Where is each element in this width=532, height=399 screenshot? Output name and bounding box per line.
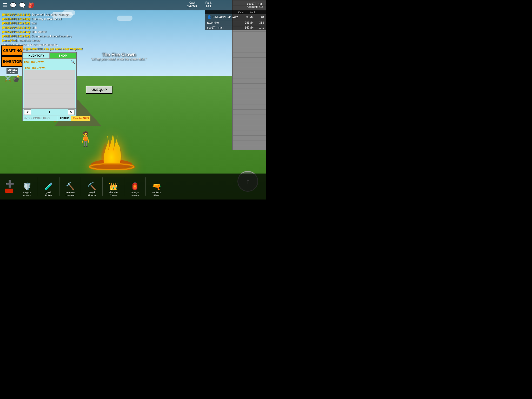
toolbar-divider	[59, 177, 59, 196]
knights-armour-icon: 🛡️	[23, 182, 32, 191]
list-item-empty	[24, 94, 75, 98]
pvp-icons: ⚔️ 💣	[4, 75, 21, 82]
player-account: Account: <13	[247, 5, 263, 8]
inventory-panel: INVENTORY SHOP 🔍 The Fire Crown < 1 > EN…	[22, 52, 77, 121]
hercules-hammer-icon: 🔨	[66, 182, 75, 191]
toolbar-item-knights-armour[interactable]: 🛡️ Knight'sArmour	[18, 176, 36, 198]
inventory-tabs: INVENTORY SHOP	[23, 52, 76, 59]
omega-lantern-icon: 🏮	[130, 182, 139, 191]
swords-icon: ⚔️	[4, 75, 11, 82]
crafting-button[interactable]: CRAFTING	[1, 45, 23, 56]
player-name-1: PINEAPPLE412412	[212, 16, 238, 19]
cash-value: 147M+	[187, 4, 198, 8]
chat-name: [PINEAPPLE412412]:	[2, 13, 31, 16]
chat-text: Do u get an unlimeted inventory	[31, 35, 72, 38]
bottom-toolbar: ➕ 🛡️ Knight'sArmour 🧪 QuickPotion 🔨 Herc…	[0, 174, 266, 200]
next-page-button[interactable]: >	[68, 109, 75, 115]
health-bar	[5, 189, 13, 193]
rank-header: Rank	[250, 11, 256, 14]
toolbar-divider	[145, 177, 146, 196]
leaderboard-header: Cash Rank	[205, 10, 266, 14]
chat-text: Wat	[31, 22, 36, 25]
menu-icons: ☰ 💬 🗨️ 🎒	[0, 2, 37, 8]
codes-area: ENTER @nackerRBLX	[23, 116, 76, 121]
toolbar-divider	[38, 177, 38, 196]
list-item-empty	[24, 75, 75, 80]
rank-value: 141	[205, 4, 211, 8]
player-cash-1: 33M+	[238, 16, 254, 19]
player-rank-3: 141	[254, 26, 264, 29]
cloud	[117, 16, 132, 21]
leaderboard-row[interactable]: scp174_man 147M+ 141	[205, 25, 266, 30]
player-icon: 👤	[207, 15, 211, 19]
chat-text: Nah brother	[31, 30, 46, 33]
toolbar-divider	[81, 177, 81, 196]
cash-label: Cash	[187, 1, 198, 4]
rank-label: Rank	[205, 1, 211, 4]
chat-name: [PINEAPPLE412412]:	[2, 22, 31, 25]
chat-text: I need his money	[18, 39, 40, 42]
chat-line: [racerj4ke]: I need his money	[2, 38, 115, 43]
prev-page-button[interactable]: <	[24, 109, 31, 115]
tab-shop[interactable]: SHOP	[49, 52, 76, 59]
toolbar-item-omega-lantern[interactable]: 🏮 OmegaLantern	[126, 176, 144, 198]
list-item-empty	[24, 70, 75, 75]
inventory-button[interactable]: INVENTORY	[1, 56, 23, 67]
chat-name: [PINEAPPLE412412]:	[2, 17, 31, 21]
add-health-button[interactable]: ➕	[5, 180, 14, 188]
chat-name: [PINEAPPLE412412]:	[2, 30, 31, 33]
chat-line: [PINEAPPLE412412]: Nah	[2, 25, 115, 30]
twitter-label: @nackerRBLX	[71, 116, 90, 121]
chat-name: [racerj4ke]:	[2, 39, 17, 42]
omega-lantern-label: OmegaLantern	[131, 191, 139, 197]
search-input[interactable]	[24, 60, 70, 63]
chat-bubble-icon[interactable]: 💬	[10, 2, 16, 8]
chat-line: [PINEAPPLE412412]: Nah brother	[2, 30, 115, 34]
chat-line: [PINEAPPLE412412]: Wat	[2, 21, 115, 25]
pvp-area: ENABLEPVP ⚔️ 💣	[1, 68, 23, 82]
knights-armour-label: Knight'sArmour	[23, 191, 31, 197]
player-rank-1: 40	[254, 16, 264, 19]
pvp-label[interactable]: ENABLEPVP	[6, 68, 18, 74]
chat-text: Nah	[31, 26, 37, 29]
royal-pickaxe-label: RoyalPickaxe	[88, 191, 96, 197]
health-controls: ➕	[5, 180, 14, 193]
nackers-pistol-label: Nacker'sPistol	[152, 191, 161, 197]
chat-name: [PINEAPPLE412412]:	[2, 35, 31, 38]
cash-header: Cash	[238, 11, 244, 14]
cash-rank-display: Cash 147M+ Rank 141	[185, 0, 214, 9]
message-icon[interactable]: 🗨️	[19, 2, 25, 8]
item-info: The Fire Crown "Lift up your head, if no…	[91, 52, 147, 61]
list-item-empty	[24, 84, 75, 89]
left-panel: CRAFTING INVENTORY ENABLEPVP ⚔️ 💣	[1, 45, 23, 82]
item-quote: "Lift up your head, if not the crown fal…	[91, 57, 147, 61]
page-number: 1	[49, 111, 50, 114]
chat-line: [PINEAPPLE412412]: Screw off I did all t…	[2, 12, 115, 17]
player-rank-2: 353	[254, 21, 264, 24]
toolbar-item-quick-potion[interactable]: 🧪 QuickPotion	[39, 176, 58, 198]
player-cash-2: 283M+	[238, 21, 254, 24]
toolbar-item-hercules-hammer[interactable]: 🔨 HerculesHammer	[61, 176, 79, 198]
chat-text: Screw off I did all the damage	[31, 13, 69, 16]
list-item[interactable]: The Fire Crown	[24, 65, 75, 70]
leaderboard-row[interactable]: racerj4ke 283M+ 353	[205, 20, 266, 25]
fire-crown-icon: 👑	[109, 182, 118, 191]
hamburger-menu-icon[interactable]: ☰	[3, 2, 7, 8]
toolbar-item-royal-pickaxe[interactable]: ⛏️ RoyalPickaxe	[83, 176, 101, 198]
item-title: The Fire Crown	[91, 52, 147, 57]
leaderboard-row[interactable]: 👤 PINEAPPLE412412 33M+ 40	[205, 14, 266, 20]
quick-potion-label: QuickPotion	[45, 191, 52, 197]
toolbar-item-fire-crown[interactable]: 👑 The FireCrown	[104, 176, 122, 198]
toolbar-item-nackers-pistol[interactable]: 🔫 Nacker'sPistol	[147, 176, 165, 198]
player-info: scp174_man Account: <13	[247, 2, 266, 8]
search-bar: 🔍	[23, 59, 76, 65]
inventory-list: The Fire Crown	[23, 65, 76, 108]
tab-inventory[interactable]: INVENTORY	[23, 52, 49, 59]
enter-code-button[interactable]: ENTER	[58, 116, 71, 121]
codes-input[interactable]	[23, 116, 58, 121]
royal-pickaxe-icon: ⛏️	[87, 182, 96, 191]
chat-line: [PINEAPPLE412412]: Do u get an unlimeted…	[2, 34, 115, 38]
unequip-button[interactable]: UNEQUIP	[86, 86, 112, 94]
pagination: < 1 >	[23, 108, 76, 116]
backpack-icon[interactable]: 🎒	[28, 2, 35, 8]
